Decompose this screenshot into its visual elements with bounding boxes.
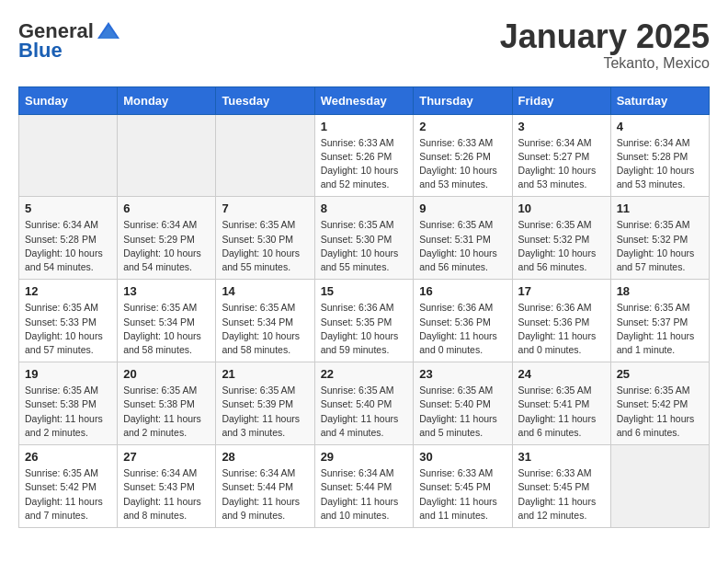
calendar-header-friday: Friday [512,86,610,114]
calendar-cell: 5Sunrise: 6:34 AM Sunset: 5:28 PM Daylig… [19,197,118,280]
calendar-cell: 23Sunrise: 6:35 AM Sunset: 5:40 PM Dayli… [414,362,512,445]
calendar-cell [610,445,709,528]
calendar-cell: 7Sunrise: 6:35 AM Sunset: 5:30 PM Daylig… [216,197,314,280]
day-info: Sunrise: 6:34 AM Sunset: 5:28 PM Dayligh… [617,136,703,192]
day-number: 1 [321,120,408,133]
day-info: Sunrise: 6:36 AM Sunset: 5:35 PM Dayligh… [321,301,408,357]
calendar-header-row: SundayMondayTuesdayWednesdayThursdayFrid… [19,86,710,114]
day-info: Sunrise: 6:35 AM Sunset: 5:34 PM Dayligh… [222,301,308,357]
calendar-cell: 14Sunrise: 6:35 AM Sunset: 5:34 PM Dayli… [216,280,314,362]
day-info: Sunrise: 6:36 AM Sunset: 5:36 PM Dayligh… [419,301,506,357]
calendar-cell: 24Sunrise: 6:35 AM Sunset: 5:41 PM Dayli… [512,362,610,445]
day-info: Sunrise: 6:35 AM Sunset: 5:42 PM Dayligh… [25,466,111,523]
day-number: 8 [321,201,408,215]
day-info: Sunrise: 6:35 AM Sunset: 5:30 PM Dayligh… [321,218,408,274]
calendar-week-row: 26Sunrise: 6:35 AM Sunset: 5:42 PM Dayli… [19,445,710,528]
day-number: 3 [518,120,605,133]
calendar-cell [216,114,314,197]
day-number: 24 [518,367,605,381]
day-info: Sunrise: 6:35 AM Sunset: 5:31 PM Dayligh… [419,218,506,274]
page-header: General Blue January 2025 Tekanto, Mexic… [18,18,710,72]
calendar-header-sunday: Sunday [19,86,118,114]
day-number: 19 [25,367,111,381]
calendar-cell: 26Sunrise: 6:35 AM Sunset: 5:42 PM Dayli… [19,445,118,528]
logo: General Blue [18,18,121,63]
day-number: 23 [419,367,506,381]
day-info: Sunrise: 6:33 AM Sunset: 5:45 PM Dayligh… [518,466,605,523]
day-number: 4 [617,120,703,133]
calendar-cell: 16Sunrise: 6:36 AM Sunset: 5:36 PM Dayli… [414,280,512,362]
day-number: 16 [419,284,506,298]
calendar-cell: 1Sunrise: 6:33 AM Sunset: 5:26 PM Daylig… [314,114,414,197]
day-number: 11 [617,201,703,215]
calendar-cell: 29Sunrise: 6:34 AM Sunset: 5:44 PM Dayli… [314,445,414,528]
calendar-cell: 20Sunrise: 6:35 AM Sunset: 5:38 PM Dayli… [118,362,216,445]
day-number: 18 [617,284,703,298]
month-title: January 2025 [500,18,710,55]
calendar-cell: 22Sunrise: 6:35 AM Sunset: 5:40 PM Dayli… [314,362,414,445]
day-number: 30 [419,450,506,464]
day-info: Sunrise: 6:35 AM Sunset: 5:32 PM Dayligh… [518,218,605,274]
day-info: Sunrise: 6:33 AM Sunset: 5:26 PM Dayligh… [419,136,506,192]
calendar-cell: 28Sunrise: 6:34 AM Sunset: 5:44 PM Dayli… [216,445,314,528]
calendar-cell: 15Sunrise: 6:36 AM Sunset: 5:35 PM Dayli… [314,280,414,362]
logo-icon [96,18,121,44]
calendar-cell: 11Sunrise: 6:35 AM Sunset: 5:32 PM Dayli… [610,197,709,280]
day-info: Sunrise: 6:34 AM Sunset: 5:28 PM Dayligh… [25,218,111,274]
calendar-cell: 6Sunrise: 6:34 AM Sunset: 5:29 PM Daylig… [118,197,216,280]
day-info: Sunrise: 6:33 AM Sunset: 5:45 PM Dayligh… [419,466,506,523]
calendar-week-row: 1Sunrise: 6:33 AM Sunset: 5:26 PM Daylig… [19,114,710,197]
day-number: 2 [419,120,506,133]
day-number: 7 [222,201,308,215]
day-info: Sunrise: 6:34 AM Sunset: 5:44 PM Dayligh… [222,466,308,523]
calendar-header-monday: Monday [118,86,216,114]
day-number: 17 [518,284,605,298]
calendar-cell: 2Sunrise: 6:33 AM Sunset: 5:26 PM Daylig… [414,114,512,197]
day-number: 22 [321,367,408,381]
day-info: Sunrise: 6:35 AM Sunset: 5:38 PM Dayligh… [123,384,210,440]
day-number: 27 [123,450,210,464]
day-number: 10 [518,201,605,215]
day-number: 29 [321,450,408,464]
day-number: 12 [25,284,111,298]
calendar-week-row: 12Sunrise: 6:35 AM Sunset: 5:33 PM Dayli… [19,280,710,362]
day-info: Sunrise: 6:35 AM Sunset: 5:37 PM Dayligh… [617,301,703,357]
day-info: Sunrise: 6:34 AM Sunset: 5:27 PM Dayligh… [518,136,605,192]
day-number: 28 [222,450,308,464]
day-info: Sunrise: 6:35 AM Sunset: 5:41 PM Dayligh… [518,384,605,440]
day-number: 13 [123,284,210,298]
day-info: Sunrise: 6:34 AM Sunset: 5:44 PM Dayligh… [321,466,408,523]
day-info: Sunrise: 6:34 AM Sunset: 5:43 PM Dayligh… [123,466,210,523]
calendar-week-row: 5Sunrise: 6:34 AM Sunset: 5:28 PM Daylig… [19,197,710,280]
calendar-header-wednesday: Wednesday [314,86,414,114]
day-number: 31 [518,450,605,464]
day-info: Sunrise: 6:36 AM Sunset: 5:36 PM Dayligh… [518,301,605,357]
day-number: 21 [222,367,308,381]
location-subtitle: Tekanto, Mexico [500,55,710,72]
calendar-cell: 27Sunrise: 6:34 AM Sunset: 5:43 PM Dayli… [118,445,216,528]
calendar-cell: 25Sunrise: 6:35 AM Sunset: 5:42 PM Dayli… [610,362,709,445]
day-info: Sunrise: 6:35 AM Sunset: 5:39 PM Dayligh… [222,384,308,440]
day-info: Sunrise: 6:33 AM Sunset: 5:26 PM Dayligh… [321,136,408,192]
day-info: Sunrise: 6:35 AM Sunset: 5:40 PM Dayligh… [321,384,408,440]
calendar-header-saturday: Saturday [610,86,709,114]
calendar-cell: 19Sunrise: 6:35 AM Sunset: 5:38 PM Dayli… [19,362,118,445]
day-number: 25 [617,367,703,381]
calendar-header-thursday: Thursday [414,86,512,114]
calendar-table: SundayMondayTuesdayWednesdayThursdayFrid… [18,86,710,528]
calendar-cell: 3Sunrise: 6:34 AM Sunset: 5:27 PM Daylig… [512,114,610,197]
calendar-cell: 12Sunrise: 6:35 AM Sunset: 5:33 PM Dayli… [19,280,118,362]
calendar-cell: 31Sunrise: 6:33 AM Sunset: 5:45 PM Dayli… [512,445,610,528]
day-info: Sunrise: 6:35 AM Sunset: 5:40 PM Dayligh… [419,384,506,440]
day-number: 20 [123,367,210,381]
calendar-cell: 17Sunrise: 6:36 AM Sunset: 5:36 PM Dayli… [512,280,610,362]
day-number: 26 [25,450,111,464]
day-info: Sunrise: 6:35 AM Sunset: 5:38 PM Dayligh… [25,384,111,440]
calendar-header-tuesday: Tuesday [216,86,314,114]
day-number: 5 [25,201,111,215]
day-info: Sunrise: 6:34 AM Sunset: 5:29 PM Dayligh… [123,218,210,274]
logo-blue-text: Blue [18,39,63,63]
day-number: 6 [123,201,210,215]
day-number: 9 [419,201,506,215]
day-info: Sunrise: 6:35 AM Sunset: 5:34 PM Dayligh… [123,301,210,357]
